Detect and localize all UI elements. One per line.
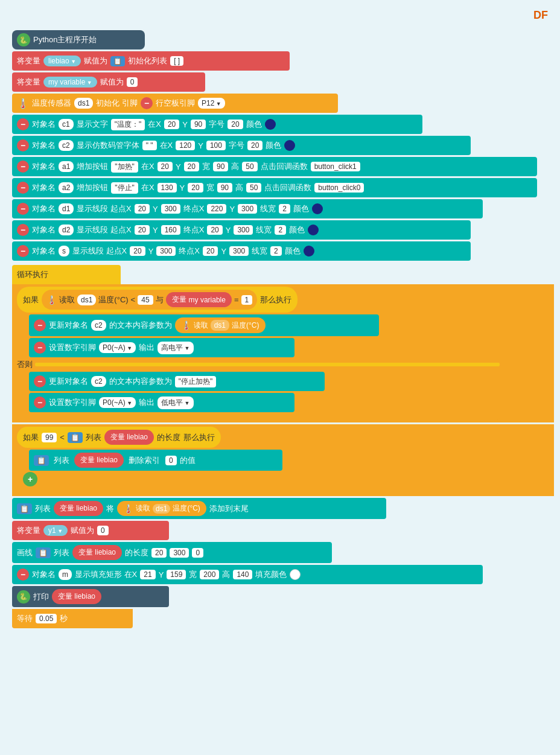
var-liebiao-if2: 变量 liebiao <box>104 430 154 445</box>
minus-c1[interactable]: − <box>17 118 29 130</box>
minus-d1[interactable]: − <box>17 203 29 215</box>
minus-m[interactable]: − <box>17 569 29 581</box>
obj-c1-block: − 对象名 c1 显示文字 "温度：" 在X 20 Y 90 字号 20 颜色 <box>12 115 422 134</box>
list-icon-append: 📋 <box>17 503 32 514</box>
color-dot-s[interactable] <box>304 246 314 256</box>
else-body: − 更新对象名 c2 的文本内容参数为 "停止加热" − 设置数字引脚 P0(~… <box>29 372 549 412</box>
if1-close-bar <box>17 414 500 420</box>
obj-c2-block: − 对象名 c2 显示仿数码管字体 " " 在X 120 Y 100 字号 20… <box>12 136 471 155</box>
var-liebiao-append: 变量 liebiao <box>54 501 103 516</box>
print-block: 🐍 打印 变量 liebiao <box>12 586 169 607</box>
var-liebiao-del: 变量 liebiao <box>74 453 124 468</box>
list-icon-if2: 📋 <box>68 432 83 443</box>
var-y1-block: 将变量 y1 赋值为 0 <box>12 521 169 540</box>
var-liebiao-pill[interactable]: liebiao <box>43 56 81 66</box>
else-section: 否则 <box>17 359 549 370</box>
color-dot-d1[interactable] <box>312 203 323 214</box>
block-container: 🐍 Python主程序开始 将变量 liebiao 赋值为 📋 初始化列表 [ … <box>6 30 554 628</box>
minus-d2[interactable]: − <box>17 224 29 236</box>
if1-block: 如果 🌡️ 读取 ds1 温度(°C) < 45 与 变量 my variabl… <box>17 287 298 313</box>
obj-m-block: − 对象名 m 显示填充矩形 在X 21 Y 159 宽 200 高 140 填… <box>12 565 483 584</box>
loop-section: 循环执行 如果 🌡️ 读取 ds1 温度(°C) < 45 与 变量 my va… <box>12 265 554 628</box>
pin-dropdown[interactable]: P12 <box>198 98 225 109</box>
var-condition: 变量 my variable <box>166 292 232 307</box>
minus-update-c2-1[interactable]: − <box>34 319 46 331</box>
if2-block: 如果 99 < 📋 列表 变量 liebiao 的长度 那么执行 <box>17 427 221 448</box>
var-liebiao-print: 变量 liebiao <box>52 589 101 604</box>
var1-block: 将变量 liebiao 赋值为 📋 初始化列表 [ ] <box>12 51 290 71</box>
list-icon-block: 📋 <box>110 56 125 66</box>
if2-outer: 如果 99 < 📋 列表 变量 liebiao 的长度 那么执行 📋 列表 变 <box>12 424 554 496</box>
thermometer-cond-icon: 🌡️ <box>46 295 57 305</box>
wait-block: 等待 0.05 秒 <box>12 609 133 628</box>
df-logo: DF <box>533 9 548 22</box>
set-pin-high-block: − 设置数字引脚 P0(~A) 输出 高电平 <box>29 338 294 357</box>
if2-close-bar <box>17 488 500 494</box>
start-label: Python主程序开始 <box>33 34 97 45</box>
plus-icon[interactable]: + <box>23 472 37 486</box>
plus-connector: + <box>23 472 549 486</box>
minus-pin-high[interactable]: − <box>34 342 46 354</box>
thermometer-icon: 🌡️ <box>17 98 29 109</box>
minus-update-c2-2[interactable]: − <box>34 375 46 387</box>
python-icon: 🐍 <box>17 33 30 46</box>
obj-a2-block: − 对象名 a2 增加按钮 "停止" 在X 130 Y 20 宽 90 高 50… <box>12 178 537 197</box>
minus-icon[interactable]: − <box>141 97 153 109</box>
start-block: 🐍 Python主程序开始 <box>12 30 145 49</box>
var-myvariable-pill[interactable]: my variable <box>43 77 97 88</box>
obj-d1-block: − 对象名 d1 显示线段 起点X 20 Y 300 终点X 220 Y 300… <box>12 199 483 218</box>
sensor-read-block: 🌡️ 读取 ds1 温度(°C) <box>175 317 266 333</box>
var2-block: 将变量 my variable 赋值为 0 <box>12 72 205 92</box>
list-append-block: 📋 列表 变量 liebiao 将 🌡️ 读取 ds1 温度(°C) 添加到末尾 <box>12 498 386 519</box>
var-y1-pill[interactable]: y1 <box>43 525 68 536</box>
if2-body: 📋 列表 变量 liebiao 删除索引 0 的值 <box>29 450 549 471</box>
loop-block: 循环执行 <box>12 265 121 284</box>
set-pin-low-block: − 设置数字引脚 P0(~A) 输出 低电平 <box>29 393 294 412</box>
minus-c2[interactable]: − <box>17 139 29 151</box>
obj-d2-block: − 对象名 d2 显示线段 起点X 20 Y 160 终点X 20 Y 300 … <box>12 220 471 240</box>
python-print-icon: 🐍 <box>17 590 30 604</box>
obj-a1-block: − 对象名 a1 增加按钮 "加热" 在X 20 Y 20 宽 90 高 50 … <box>12 157 537 176</box>
if1-body: − 更新对象名 c2 的文本内容参数为 🌡️ 读取 ds1 温度(°C) − 设… <box>29 314 549 357</box>
var2-value: 0 <box>127 77 138 87</box>
else-bar <box>35 363 500 366</box>
minus-a2[interactable]: − <box>17 182 29 194</box>
sensor-init-block: 🌡️ 温度传感器 ds1 初始化 引脚 − 行空板引脚 P12 <box>12 94 338 113</box>
list-del-block: 📋 列表 变量 liebiao 删除索引 0 的值 <box>29 450 282 471</box>
update-c2-1-block: − 更新对象名 c2 的文本内容参数为 🌡️ 读取 ds1 温度(°C) <box>29 314 379 336</box>
list-bracket: [ ] <box>170 56 183 66</box>
condition-block: 🌡️ 读取 ds1 温度(°C) < 45 与 变量 my variable =… <box>42 290 257 310</box>
var-liebiao-draw: 变量 liebiao <box>72 545 122 560</box>
color-dot-m[interactable] <box>290 569 301 580</box>
color-dot-c2[interactable] <box>284 140 295 151</box>
list-icon-draw: 📋 <box>36 547 51 558</box>
sensor-read-append: 🌡️ 读取 ds1 温度(°C) <box>117 501 206 516</box>
obj-s-block: − 对象名 s 显示线段 起点X 20 Y 300 终点X 20 Y 300 线… <box>12 241 471 261</box>
color-dot-c1[interactable] <box>265 119 276 130</box>
minus-pin-low[interactable]: − <box>34 397 46 409</box>
list-icon-del: 📋 <box>34 455 49 466</box>
if1-outer: 如果 🌡️ 读取 ds1 温度(°C) < 45 与 变量 my variabl… <box>12 284 554 422</box>
color-dot-d2[interactable] <box>308 225 319 235</box>
update-c2-2-block: − 更新对象名 c2 的文本内容参数为 "停止加热" <box>29 372 325 391</box>
minus-a1[interactable]: − <box>17 161 29 173</box>
ds1-pill: ds1 <box>74 98 93 109</box>
draw-line-block: 画线 📋 列表 变量 liebiao 的长度 20 300 0 <box>12 542 332 563</box>
minus-s[interactable]: − <box>17 245 29 257</box>
